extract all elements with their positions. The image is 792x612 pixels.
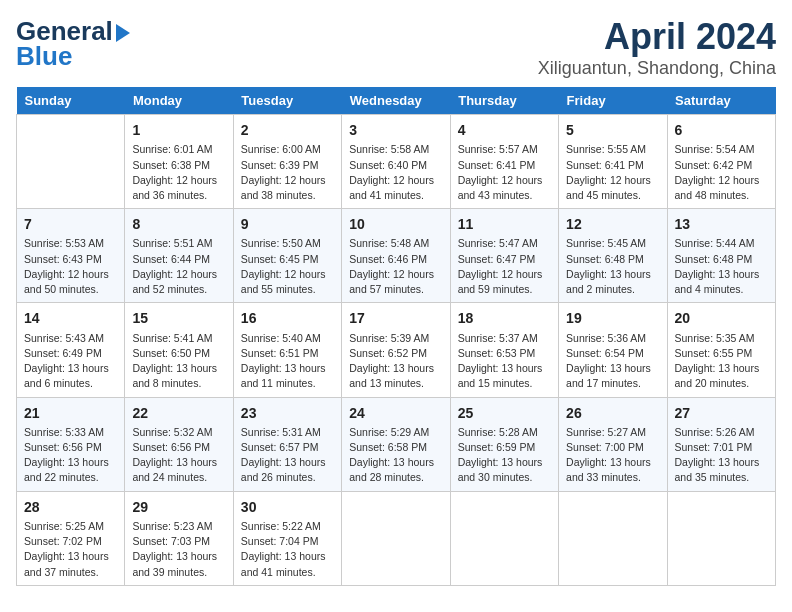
page-title: April 2024 <box>538 16 776 58</box>
cell-text: Daylight: 13 hours <box>241 549 334 564</box>
day-number: 1 <box>132 120 225 140</box>
calendar-cell: 22Sunrise: 5:32 AMSunset: 6:56 PMDayligh… <box>125 397 233 491</box>
cell-text: and 24 minutes. <box>132 470 225 485</box>
calendar-cell: 11Sunrise: 5:47 AMSunset: 6:47 PMDayligh… <box>450 209 558 303</box>
cell-text: and 11 minutes. <box>241 376 334 391</box>
day-number: 2 <box>241 120 334 140</box>
cell-text: Sunrise: 5:31 AM <box>241 425 334 440</box>
cell-text: and 15 minutes. <box>458 376 551 391</box>
calendar-cell: 5Sunrise: 5:55 AMSunset: 6:41 PMDaylight… <box>559 115 667 209</box>
calendar-week-row: 7Sunrise: 5:53 AMSunset: 6:43 PMDaylight… <box>17 209 776 303</box>
calendar-cell: 9Sunrise: 5:50 AMSunset: 6:45 PMDaylight… <box>233 209 341 303</box>
day-number: 10 <box>349 214 442 234</box>
day-number: 25 <box>458 403 551 423</box>
day-number: 7 <box>24 214 117 234</box>
day-number: 15 <box>132 308 225 328</box>
day-number: 26 <box>566 403 659 423</box>
cell-text: Daylight: 13 hours <box>132 549 225 564</box>
calendar-cell: 20Sunrise: 5:35 AMSunset: 6:55 PMDayligh… <box>667 303 775 397</box>
cell-text: Sunset: 7:03 PM <box>132 534 225 549</box>
cell-text: Sunrise: 5:37 AM <box>458 331 551 346</box>
day-number: 3 <box>349 120 442 140</box>
day-number: 11 <box>458 214 551 234</box>
cell-text: Daylight: 13 hours <box>349 361 442 376</box>
cell-text: and 17 minutes. <box>566 376 659 391</box>
calendar-cell: 2Sunrise: 6:00 AMSunset: 6:39 PMDaylight… <box>233 115 341 209</box>
day-number: 4 <box>458 120 551 140</box>
day-number: 6 <box>675 120 768 140</box>
calendar-cell <box>450 491 558 585</box>
cell-text: and 38 minutes. <box>241 188 334 203</box>
day-number: 29 <box>132 497 225 517</box>
calendar-cell: 19Sunrise: 5:36 AMSunset: 6:54 PMDayligh… <box>559 303 667 397</box>
day-number: 18 <box>458 308 551 328</box>
cell-text: and 20 minutes. <box>675 376 768 391</box>
cell-text: Sunrise: 6:01 AM <box>132 142 225 157</box>
cell-text: Daylight: 13 hours <box>24 455 117 470</box>
day-number: 24 <box>349 403 442 423</box>
cell-text: and 55 minutes. <box>241 282 334 297</box>
cell-text: Sunset: 6:58 PM <box>349 440 442 455</box>
cell-text: Sunset: 6:48 PM <box>675 252 768 267</box>
cell-text: Daylight: 12 hours <box>241 173 334 188</box>
cell-text: Daylight: 13 hours <box>132 361 225 376</box>
calendar-table: SundayMondayTuesdayWednesdayThursdayFrid… <box>16 87 776 586</box>
cell-text: Daylight: 13 hours <box>458 361 551 376</box>
cell-text: Daylight: 13 hours <box>566 267 659 282</box>
cell-text: and 48 minutes. <box>675 188 768 203</box>
cell-text: Daylight: 13 hours <box>566 455 659 470</box>
cell-text: and 22 minutes. <box>24 470 117 485</box>
cell-text: and 45 minutes. <box>566 188 659 203</box>
day-number: 19 <box>566 308 659 328</box>
cell-text: Daylight: 12 hours <box>675 173 768 188</box>
weekday-header-tuesday: Tuesday <box>233 87 341 115</box>
weekday-header-friday: Friday <box>559 87 667 115</box>
cell-text: Daylight: 13 hours <box>675 361 768 376</box>
weekday-header-wednesday: Wednesday <box>342 87 450 115</box>
cell-text: Daylight: 12 hours <box>132 267 225 282</box>
cell-text: Sunrise: 5:27 AM <box>566 425 659 440</box>
calendar-cell: 21Sunrise: 5:33 AMSunset: 6:56 PMDayligh… <box>17 397 125 491</box>
calendar-cell <box>559 491 667 585</box>
cell-text: Sunset: 6:41 PM <box>566 158 659 173</box>
cell-text: and 35 minutes. <box>675 470 768 485</box>
day-number: 9 <box>241 214 334 234</box>
cell-text: Sunrise: 5:29 AM <box>349 425 442 440</box>
cell-text: Sunset: 6:43 PM <box>24 252 117 267</box>
logo-arrow-icon <box>116 24 130 42</box>
day-number: 12 <box>566 214 659 234</box>
cell-text: Sunrise: 5:47 AM <box>458 236 551 251</box>
cell-text: Sunrise: 5:36 AM <box>566 331 659 346</box>
cell-text: Daylight: 12 hours <box>458 267 551 282</box>
cell-text: and 28 minutes. <box>349 470 442 485</box>
calendar-week-row: 28Sunrise: 5:25 AMSunset: 7:02 PMDayligh… <box>17 491 776 585</box>
calendar-header-row: SundayMondayTuesdayWednesdayThursdayFrid… <box>17 87 776 115</box>
cell-text: and 52 minutes. <box>132 282 225 297</box>
cell-text: Sunset: 6:50 PM <box>132 346 225 361</box>
cell-text: Sunset: 6:38 PM <box>132 158 225 173</box>
calendar-cell: 26Sunrise: 5:27 AMSunset: 7:00 PMDayligh… <box>559 397 667 491</box>
cell-text: and 13 minutes. <box>349 376 442 391</box>
cell-text: and 33 minutes. <box>566 470 659 485</box>
calendar-cell: 25Sunrise: 5:28 AMSunset: 6:59 PMDayligh… <box>450 397 558 491</box>
calendar-cell: 1Sunrise: 6:01 AMSunset: 6:38 PMDaylight… <box>125 115 233 209</box>
cell-text: Sunset: 6:40 PM <box>349 158 442 173</box>
cell-text: Sunrise: 6:00 AM <box>241 142 334 157</box>
cell-text: Daylight: 13 hours <box>241 455 334 470</box>
cell-text: Sunset: 6:56 PM <box>24 440 117 455</box>
day-number: 8 <box>132 214 225 234</box>
calendar-cell: 12Sunrise: 5:45 AMSunset: 6:48 PMDayligh… <box>559 209 667 303</box>
cell-text: Sunrise: 5:57 AM <box>458 142 551 157</box>
cell-text: Sunrise: 5:35 AM <box>675 331 768 346</box>
cell-text: Daylight: 13 hours <box>132 455 225 470</box>
cell-text: Daylight: 12 hours <box>349 267 442 282</box>
cell-text: Sunset: 6:52 PM <box>349 346 442 361</box>
cell-text: Sunrise: 5:40 AM <box>241 331 334 346</box>
cell-text: Sunset: 6:53 PM <box>458 346 551 361</box>
cell-text: Daylight: 12 hours <box>566 173 659 188</box>
weekday-header-saturday: Saturday <box>667 87 775 115</box>
cell-text: Daylight: 13 hours <box>458 455 551 470</box>
cell-text: Sunrise: 5:53 AM <box>24 236 117 251</box>
cell-text: Sunset: 7:00 PM <box>566 440 659 455</box>
cell-text: and 57 minutes. <box>349 282 442 297</box>
